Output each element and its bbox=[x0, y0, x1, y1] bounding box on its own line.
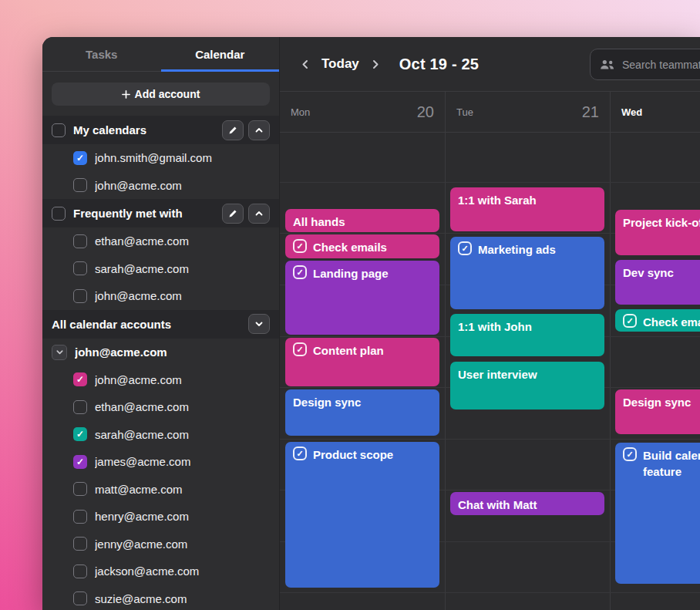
event-done-checkbox[interactable]: ✓ bbox=[623, 314, 637, 328]
calendar-event[interactable]: ✓Landing page bbox=[285, 261, 439, 335]
calendar-event[interactable]: ✓Marketing ads bbox=[450, 237, 604, 309]
calendar-event[interactable]: ✓Check emails bbox=[285, 234, 439, 258]
account-checkbox[interactable] bbox=[73, 591, 87, 605]
account-checkbox[interactable] bbox=[73, 537, 87, 551]
tab-tasks[interactable]: Tasks bbox=[42, 37, 161, 71]
calendar-account-row[interactable]: ✓ john@acme.com bbox=[42, 366, 279, 394]
calendar-event[interactable]: User interview bbox=[450, 362, 604, 409]
calendar-event[interactable]: 1:1 with John bbox=[450, 314, 604, 356]
event-done-checkbox[interactable]: ✓ bbox=[623, 447, 637, 461]
search-teammates-input[interactable] bbox=[622, 59, 700, 71]
calendar-account-row[interactable]: henry@acme.com bbox=[42, 503, 279, 531]
calendar-event[interactable]: ✓Content plan bbox=[285, 338, 439, 386]
section-checkbox[interactable] bbox=[52, 207, 66, 221]
account-checkbox[interactable]: ✓ bbox=[73, 427, 87, 441]
collapse-button[interactable] bbox=[248, 314, 270, 334]
account-checkbox[interactable] bbox=[73, 565, 87, 578]
chevron-icon bbox=[254, 209, 264, 218]
event-done-checkbox[interactable]: ✓ bbox=[293, 239, 307, 253]
event-done-checkbox[interactable]: ✓ bbox=[293, 342, 307, 356]
calendar-account-row[interactable]: jackson@acme.com bbox=[42, 558, 279, 585]
day-name: Mon bbox=[291, 106, 310, 118]
calendar-event[interactable]: All hands bbox=[285, 209, 439, 232]
column-divider bbox=[445, 133, 446, 610]
calendar-event[interactable]: Dev sync bbox=[615, 260, 700, 305]
date-range-label: Oct 19 - 25 bbox=[399, 56, 479, 73]
event-label: Design sync bbox=[293, 394, 361, 410]
event-done-checkbox[interactable]: ✓ bbox=[293, 447, 307, 460]
account-checkbox[interactable] bbox=[73, 289, 87, 303]
next-week-button[interactable] bbox=[365, 54, 385, 74]
account-checkbox[interactable] bbox=[73, 400, 87, 414]
calendar-account-row[interactable]: suzie@acme.com bbox=[42, 585, 279, 610]
plus-icon bbox=[122, 90, 130, 99]
day-column-header: Mon 20 bbox=[280, 92, 445, 132]
calendar-account-row[interactable]: sarah@acme.com bbox=[42, 255, 279, 283]
calendar-section-header[interactable]: All calendar accounts bbox=[42, 310, 279, 339]
event-done-checkbox[interactable]: ✓ bbox=[293, 265, 307, 279]
calendar-section-header[interactable]: Frequently met with bbox=[42, 199, 279, 227]
calendar-account-row[interactable]: ✓ john.smith@gmail.com bbox=[42, 144, 279, 172]
calendar-account-row[interactable]: ethan@acme.com bbox=[42, 393, 279, 421]
tab-calendar[interactable]: Calendar bbox=[161, 37, 280, 71]
calendar-account-row[interactable]: ✓ sarah@acme.com bbox=[42, 421, 279, 449]
sidebar-rows: My calendars ✓ john.smith@gmail.com john… bbox=[42, 116, 279, 610]
calendar-event[interactable]: Design sync bbox=[615, 389, 700, 434]
account-label: john@acme.com bbox=[95, 373, 182, 386]
account-checkbox[interactable] bbox=[73, 482, 87, 496]
account-checkbox[interactable]: ✓ bbox=[73, 151, 87, 165]
pencil-icon bbox=[228, 126, 237, 135]
calendar-account-row[interactable]: john@acme.com bbox=[42, 282, 279, 310]
event-label: Content plan bbox=[313, 342, 384, 359]
day-column-header: Wed bbox=[610, 92, 700, 132]
calendar-event[interactable]: ✓Check emails bbox=[615, 309, 700, 332]
disclosure-button[interactable] bbox=[52, 345, 67, 360]
account-checkbox[interactable]: ✓ bbox=[73, 455, 87, 469]
today-button[interactable]: Today bbox=[321, 56, 359, 72]
day-name: Wed bbox=[621, 106, 642, 118]
account-label: jackson@acme.com bbox=[95, 565, 199, 578]
account-label: ethan@acme.com bbox=[95, 234, 189, 248]
search-box[interactable] bbox=[590, 49, 700, 80]
calendar-event[interactable]: ✓Build calendar feature bbox=[615, 443, 700, 584]
calendar-account-row[interactable]: jenny@acme.com bbox=[42, 531, 279, 558]
account-checkbox[interactable]: ✓ bbox=[73, 372, 87, 386]
account-checkbox[interactable] bbox=[73, 261, 87, 275]
calendar-event[interactable]: Project kick-off bbox=[615, 210, 700, 255]
calendar-account-row[interactable]: ✓ james@acme.com bbox=[42, 448, 279, 476]
event-label: Design sync bbox=[623, 394, 691, 410]
edit-button[interactable] bbox=[222, 120, 244, 140]
prev-week-button[interactable] bbox=[295, 54, 315, 74]
account-label: jenny@acme.com bbox=[95, 538, 187, 551]
calendar-navbar: Today Oct 19 - 25 bbox=[280, 37, 700, 91]
chevron-icon bbox=[254, 319, 264, 329]
sidebar: TasksCalendar Add account My calendars ✓… bbox=[42, 37, 280, 610]
event-done-checkbox[interactable]: ✓ bbox=[458, 241, 472, 255]
calendar-event[interactable]: ✓Product scope bbox=[285, 442, 439, 588]
add-account-button[interactable]: Add account bbox=[52, 83, 270, 106]
section-checkbox[interactable] bbox=[52, 123, 66, 137]
edit-button[interactable] bbox=[222, 204, 244, 224]
account-checkbox[interactable] bbox=[73, 178, 87, 192]
chevron-icon bbox=[56, 348, 64, 356]
account-checkbox[interactable] bbox=[73, 510, 87, 524]
event-label: All hands bbox=[293, 214, 345, 230]
calendar-event[interactable]: Design sync bbox=[285, 389, 439, 436]
app-window: TasksCalendar Add account My calendars ✓… bbox=[42, 37, 700, 610]
event-label: 1:1 with John bbox=[458, 318, 532, 335]
account-group-row[interactable]: john@acme.com bbox=[42, 339, 279, 366]
calendar-account-row[interactable]: john@acme.com bbox=[42, 172, 279, 200]
calendar-event[interactable]: Chat with Matt bbox=[450, 492, 604, 515]
collapse-button[interactable] bbox=[248, 120, 270, 140]
column-divider bbox=[610, 133, 611, 610]
calendar-account-row[interactable]: ethan@acme.com bbox=[42, 227, 279, 255]
account-group-label: john@acme.com bbox=[75, 345, 167, 359]
account-checkbox[interactable] bbox=[73, 234, 87, 248]
collapse-button[interactable] bbox=[248, 204, 270, 224]
calendar-account-row[interactable]: matt@acme.com bbox=[42, 476, 279, 504]
account-label: sarah@acme.com bbox=[95, 262, 189, 275]
calendar-section-header[interactable]: My calendars bbox=[42, 116, 279, 144]
calendar-event[interactable]: 1:1 with Sarah bbox=[450, 187, 604, 231]
event-label: Build calendar feature bbox=[643, 447, 700, 480]
day-headers: Mon 20 Tue 21 Wed bbox=[280, 91, 700, 133]
